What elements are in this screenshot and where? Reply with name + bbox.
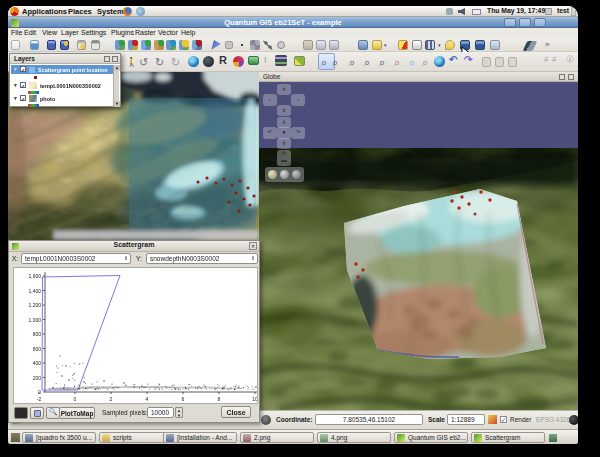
svg-text:4: 4 <box>146 396 149 402</box>
svg-text:800: 800 <box>33 331 42 337</box>
svg-text:1,400: 1,400 <box>28 288 41 294</box>
svg-text:1,200: 1,200 <box>28 302 41 308</box>
svg-text:6: 6 <box>182 396 185 402</box>
svg-text:400: 400 <box>33 360 42 366</box>
svg-text:1,600: 1,600 <box>28 273 41 279</box>
svg-text:200: 200 <box>33 375 42 381</box>
svg-text:-2: -2 <box>37 396 42 402</box>
svg-text:2: 2 <box>110 396 113 402</box>
svg-text:0: 0 <box>74 396 77 402</box>
svg-text:8: 8 <box>218 396 221 402</box>
svg-text:10: 10 <box>252 396 257 402</box>
svg-text:600: 600 <box>33 346 42 352</box>
svg-text:1,000: 1,000 <box>28 317 41 323</box>
